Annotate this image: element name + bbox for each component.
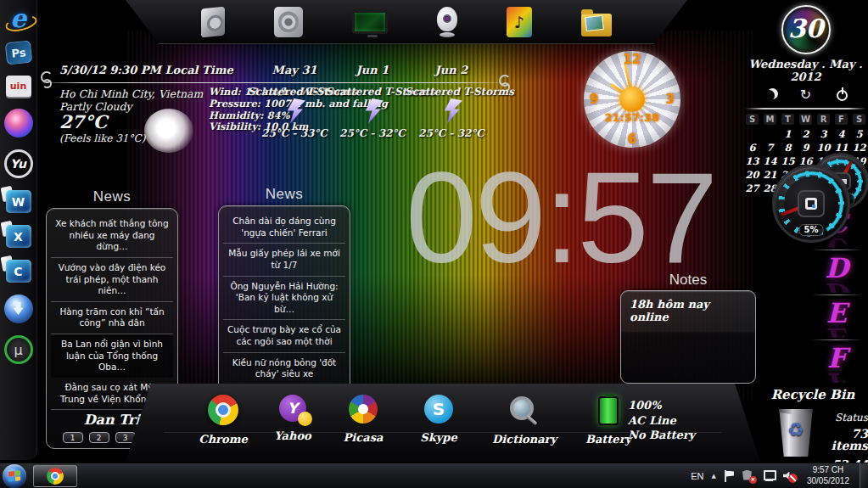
news-item[interactable]: Cuộc trưng bày xe cổ của các ngôi sao mộ…	[223, 320, 345, 352]
taskbar-clock[interactable]: 9:57 CH 30/05/2012	[804, 465, 852, 486]
word-icon[interactable]: W	[6, 190, 31, 213]
dock-item-skype[interactable]: S Skype	[407, 395, 470, 444]
taskbar: EN ▲ × 9:57 CH 30/05/2012	[0, 463, 868, 488]
news-title: News	[46, 188, 178, 205]
drive-d[interactable]: D D	[808, 254, 865, 293]
page-button-2[interactable]: 2	[89, 432, 109, 443]
photoshop-icon[interactable]: Ps	[4, 41, 32, 65]
power-button[interactable]	[837, 90, 848, 101]
calendar-day: 3	[815, 128, 832, 141]
bottom-dock: Chrome Y Yahoo Picasa S Skype Dictionary…	[126, 384, 760, 462]
recycle-bin-widget[interactable]: Recycle Bin ♻ Status 73 items 53.44 MB	[758, 387, 868, 402]
drive-f[interactable]: F F	[808, 344, 865, 383]
speaker-icon[interactable]	[274, 7, 303, 37]
news-item-highlighted[interactable]: Ba Lan nổi giận vì bình luận của Tổng th…	[51, 334, 173, 378]
display-settings-icon[interactable]	[201, 6, 225, 37]
weather-feels-like: (Feels like 31°C)	[59, 132, 145, 144]
office-c-glyph: C	[14, 265, 22, 278]
internet-explorer-icon[interactable]: e	[10, 7, 26, 30]
magnifier-icon	[507, 395, 540, 425]
refresh-button[interactable]: ↻	[800, 88, 811, 102]
office-app-c-icon[interactable]: C	[6, 260, 31, 283]
news-item[interactable]: Chân dài đọ dáng cùng 'ngựa chiến' Ferra…	[223, 211, 345, 244]
weekday-label: T	[781, 114, 794, 125]
forecast-date: Jun 2	[405, 64, 498, 76]
dock-label: Dictionary	[492, 433, 555, 446]
battery-power-source: AC Line	[628, 413, 695, 429]
start-button[interactable]	[3, 464, 26, 488]
dock-item-picasa[interactable]: Picasa	[332, 395, 395, 444]
alert-badge: ×	[749, 476, 757, 484]
unikey-icon[interactable]: uin	[6, 76, 31, 97]
dock-label: Yahoo	[261, 429, 324, 442]
security-alert-icon[interactable]: ×	[742, 470, 755, 482]
webcam-lens	[443, 14, 451, 23]
news-item[interactable]: Ông Nguyễn Hải Hường: 'Ban kỷ luật không…	[223, 277, 345, 321]
drive-e[interactable]: E E	[808, 299, 865, 338]
music-folder-icon[interactable]: ♪	[507, 7, 532, 37]
news-item[interactable]: Kiều nữ nóng bỏng 'đốt cháy' siêu xe	[223, 353, 345, 385]
battery-icon	[598, 396, 619, 425]
flower-clock: 12 3 6 9 21:57:38	[584, 51, 680, 148]
chrome-icon	[47, 468, 64, 485]
show-hidden-icons-caret[interactable]: ▲	[712, 473, 716, 480]
volume-muted-icon[interactable]	[783, 470, 797, 482]
news-item[interactable]: Mẫu giấy phép lái xe mới từ 1/7	[223, 244, 345, 276]
network-icon[interactable]	[763, 470, 776, 481]
dock-item-dictionary[interactable]: Dictionary	[492, 395, 555, 446]
drive-f-reflection: F	[808, 368, 865, 383]
yu-downloader-icon[interactable]: Yu	[4, 149, 33, 178]
calendar-day: 12	[850, 142, 868, 154]
news-item[interactable]: Hàng trăm con khỉ “tấn công” nhà dân	[51, 302, 173, 334]
webcam-icon[interactable]	[437, 7, 457, 37]
calendar-weekday-row: S M T W R F S	[743, 114, 868, 125]
news-item[interactable]: Vướng vào dây điện kéo trái phép, một th…	[51, 258, 173, 302]
download-manager-icon[interactable]	[4, 294, 33, 323]
left-dock: e Ps uin Yu W X C µ	[0, 0, 37, 460]
picasa-icon	[349, 395, 378, 423]
taskbar-date: 30/05/2012	[807, 476, 849, 487]
excel-icon[interactable]: X	[6, 225, 31, 248]
utorrent-icon[interactable]: µ	[4, 335, 33, 364]
pictures-folder-icon[interactable]	[581, 14, 612, 36]
drive-separator	[811, 339, 862, 340]
calendar-day: 5	[850, 128, 868, 141]
weather-widget: 5/30/12 9:30 PM Local Time Ho Chi Minh C…	[41, 59, 506, 160]
windows-logo-icon	[8, 470, 20, 481]
weekday-label: R	[817, 114, 830, 125]
clock-numeral-12: 12	[624, 52, 641, 67]
drive-separator	[811, 250, 862, 250]
weather-temperature: 27°C	[59, 111, 107, 132]
dock-item-chrome[interactable]: Chrome	[192, 395, 255, 446]
notes-box[interactable]: 18h hôm nay online	[620, 290, 756, 384]
moon-icon	[144, 109, 193, 153]
weekday-label: M	[764, 114, 776, 125]
dock-item-yahoo[interactable]: Y Yahoo	[261, 395, 324, 442]
taskbar-chrome-button[interactable]	[33, 465, 77, 487]
cpu-gauge: 5%	[772, 165, 850, 243]
weather-datetime: 5/30/12 9:30 PM Local Time	[59, 64, 233, 76]
recycle-symbol-icon: ♻	[778, 421, 814, 440]
clock-numeral-3: 3	[666, 92, 675, 107]
calendar-day: 20	[743, 169, 761, 182]
battery-status: 100% AC Line No Battery	[628, 398, 695, 443]
calendar-day-badge: 30	[781, 5, 831, 54]
dock-label: Chrome	[192, 433, 255, 446]
firefox-icon[interactable]	[4, 109, 33, 137]
clock-numeral-9: 9	[590, 92, 598, 107]
news-title: News	[218, 186, 350, 203]
notes-title: Notes	[620, 272, 756, 289]
page-button-1[interactable]: 1	[63, 432, 83, 443]
screensaver-monitor-icon[interactable]	[352, 10, 388, 34]
drive-d-reflection: D	[808, 278, 865, 293]
calendar-day: 9	[797, 142, 815, 154]
sleep-moon-button[interactable]	[764, 90, 775, 101]
language-indicator[interactable]: EN	[691, 471, 703, 481]
news-item[interactable]: Xe khách mất thắng tông nhiều xe máy đan…	[51, 214, 173, 258]
show-desktop-button[interactable]	[860, 463, 868, 488]
weather-divider	[46, 82, 499, 83]
forecast-temp-range: 25°C - 32°C	[405, 127, 498, 139]
action-center-flag-icon[interactable]	[724, 470, 735, 482]
ie-glyph: e	[10, 7, 26, 30]
clock-numeral-6: 6	[628, 132, 636, 147]
